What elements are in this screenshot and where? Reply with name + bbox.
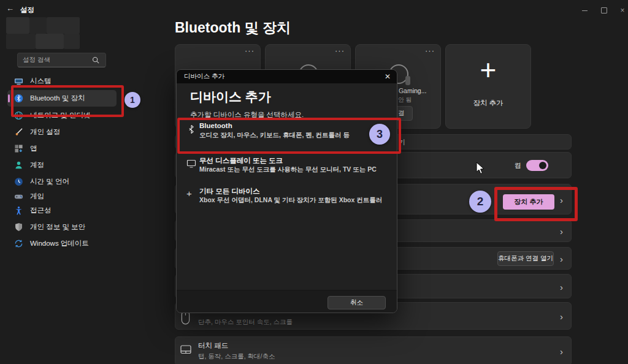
accounts-icon <box>13 161 23 170</box>
toggle-state-label: 켬 <box>515 161 521 170</box>
display-icon <box>186 159 196 169</box>
annotation-badge-1: 1 <box>124 92 140 108</box>
cancel-button[interactable]: 취소 <box>327 296 386 309</box>
dialog-titlebar: 디바이스 추가 <box>177 70 397 83</box>
touchpad-row-subtitle: 탭, 동작, 스크롤, 확대/축소 <box>198 352 275 361</box>
sidebar-item-label: 앱 <box>30 144 37 153</box>
chevron-right-icon: › <box>560 282 563 292</box>
apps-icon <box>13 144 23 154</box>
sidebar-item-label: 계정 <box>30 161 44 170</box>
back-arrow-icon[interactable]: ← <box>6 4 14 13</box>
chevron-right-icon: › <box>560 347 563 356</box>
plus-icon: + <box>446 56 530 84</box>
page-title: Bluetooth 및 장치 <box>175 18 291 37</box>
dialog-option-everything-else[interactable]: + 기타 모든 디바이스 Xbox 무선 어댑터, DLNA 및 기타 장치가 … <box>178 184 397 213</box>
touchpad-row[interactable]: 터치 패드 탭, 동작, 스크롤, 확대/축소 › <box>175 336 572 364</box>
chevron-right-icon: › <box>560 312 563 321</box>
windows-update-icon <box>13 239 23 249</box>
toggle-knob <box>539 162 546 169</box>
sidebar-item-accessibility[interactable]: 접근성 <box>7 202 142 219</box>
add-device-card-label: 장치 추가 <box>446 99 530 108</box>
dialog-titlebar-text: 디바이스 추가 <box>184 72 224 81</box>
minimize-icon <box>582 10 588 11</box>
sidebar-item-label: 시간 및 언어 <box>30 177 69 186</box>
sidebar-item-label: Windows 업데이트 <box>30 239 89 248</box>
open-phone-link-button[interactable]: 휴대폰과 연결 열기 <box>497 251 554 266</box>
sidebar-item-accounts[interactable]: 계정 <box>7 157 142 173</box>
sidebar-item-personalization[interactable]: 개인 설정 <box>7 124 142 140</box>
sidebar-item-label: 접근성 <box>30 206 52 215</box>
sidebar-item-time-language[interactable]: 시간 및 언어 <box>7 173 142 190</box>
search-placeholder: 설정 검색 <box>23 56 91 64</box>
bluetooth-toggle[interactable] <box>526 160 548 171</box>
more-options-icon[interactable]: ··· <box>335 46 345 55</box>
selected-accent-bar <box>8 94 10 102</box>
option-subtitle: Xbox 무선 어댑터, DLNA 및 기타 장치가 포함된 Xbox 컨트롤러 <box>199 196 382 205</box>
annotation-badge-2: 2 <box>469 191 491 213</box>
annotation-box-2 <box>494 187 578 221</box>
privacy-shield-icon <box>13 222 23 232</box>
annotation-box-3 <box>177 118 401 154</box>
sidebar-item-label: 개인 정보 및 보안 <box>30 222 85 232</box>
personalization-icon <box>13 127 23 137</box>
chevron-right-icon: › <box>560 227 563 236</box>
option-title: 기타 모든 디바이스 <box>199 187 259 196</box>
dialog-option-wireless-display[interactable]: 무선 디스플레이 또는 도크 Miracast 또는 무선 도크를 사용하는 무… <box>178 153 397 183</box>
accessibility-icon <box>13 206 23 216</box>
mouse-cursor <box>476 162 485 178</box>
minimize-button[interactable] <box>575 5 594 16</box>
more-options-icon[interactable]: ··· <box>425 46 435 55</box>
gaming-icon <box>13 192 23 202</box>
mouse-row-subtitle: 단추, 마우스 포인터 속도, 스크롤 <box>198 318 293 327</box>
annotation-badge-3: 3 <box>369 124 390 145</box>
dialog-close-button[interactable]: ✕ <box>378 70 397 83</box>
maximize-icon <box>601 7 607 13</box>
sidebar-item-privacy[interactable]: 개인 정보 및 보안 <box>7 219 142 235</box>
dialog-footer: 취소 <box>177 290 397 313</box>
time-language-icon <box>13 177 23 187</box>
option-subtitle: Miracast 또는 무선 도크를 사용하는 무선 모니터, TV 또는 PC <box>199 165 377 174</box>
settings-window: ← 설정 × 설정 검색 시스템 Bluetooth 및 장치 네트워크 및 인… <box>0 0 628 364</box>
sidebar-item-label: 시스템 <box>30 77 52 86</box>
sidebar-item-label: 개인 설정 <box>30 127 60 137</box>
close-button[interactable]: × <box>613 5 628 16</box>
add-device-card[interactable]: + 장치 추가 <box>445 44 531 129</box>
annotation-box-1 <box>11 85 124 117</box>
sidebar-item-apps[interactable]: 앱 <box>7 140 142 157</box>
option-title: 무선 디스플레이 또는 도크 <box>199 156 283 165</box>
dialog-heading: 디바이스 추가 <box>190 88 271 105</box>
more-options-icon[interactable]: ··· <box>245 46 255 55</box>
touchpad-icon <box>180 345 191 357</box>
maximize-button[interactable] <box>595 5 613 16</box>
search-input[interactable]: 설정 검색 <box>17 53 106 67</box>
add-device-dialog: 디바이스 추가 ✕ 디바이스 추가 추가할 디바이스 유형을 선택하세요. Bl… <box>176 69 397 313</box>
search-icon <box>91 55 101 65</box>
sidebar-item-windows-update[interactable]: Windows 업데이트 <box>7 235 142 252</box>
sidebar-item-label: 게임 <box>30 192 44 201</box>
touchpad-row-title: 터치 패드 <box>198 341 228 351</box>
plus-icon: + <box>186 188 196 198</box>
window-title: 설정 <box>20 6 34 15</box>
chevron-right-icon: › <box>560 254 563 264</box>
